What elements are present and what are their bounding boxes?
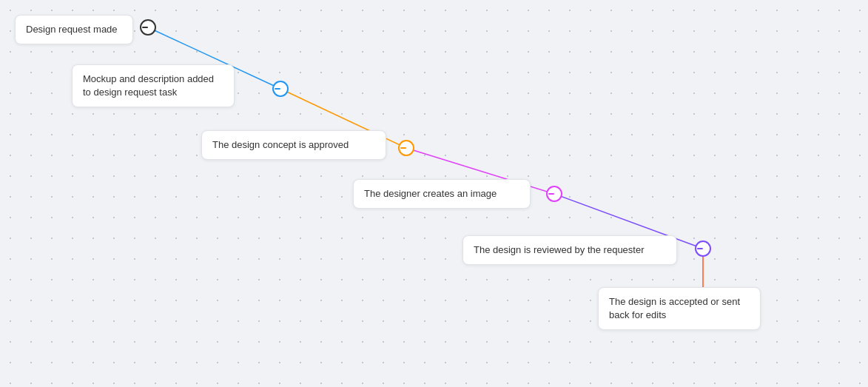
node-design-request-label: Design request made	[26, 24, 118, 35]
node3-connector	[398, 140, 414, 156]
node-design-accepted: The design is accepted or sent back for …	[598, 287, 761, 330]
node-design-reviewed: The design is reviewed by the requester	[462, 235, 677, 265]
node-design-accepted-label: The design is accepted or sent back for …	[609, 296, 740, 320]
node-design-request: Design request made	[15, 15, 133, 44]
node-designer-creates: The designer creates an image	[353, 179, 531, 209]
node-mockup-label: Mockup and description added to design r…	[83, 73, 214, 98]
node-concept-approved-label: The design concept is approved	[212, 139, 349, 150]
node-mockup: Mockup and description added to design r…	[72, 64, 235, 107]
node-designer-creates-label: The designer creates an image	[364, 188, 497, 199]
node-design-reviewed-label: The design is reviewed by the requester	[474, 244, 645, 255]
node1-connector	[140, 19, 156, 36]
node5-connector	[695, 240, 711, 257]
node4-connector	[546, 186, 562, 202]
node-concept-approved: The design concept is approved	[201, 130, 386, 160]
node2-connector	[272, 81, 289, 97]
